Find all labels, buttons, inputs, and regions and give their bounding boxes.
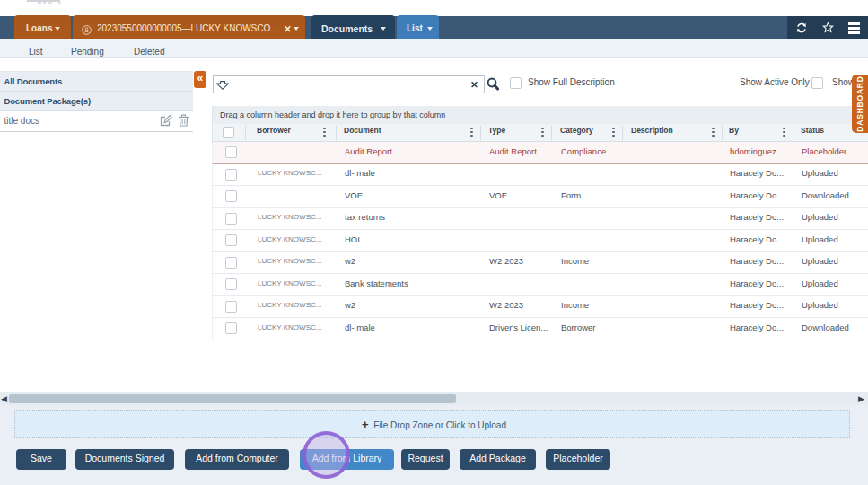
svg-text:DASHBOARD: DASHBOARD bbox=[855, 75, 864, 131]
